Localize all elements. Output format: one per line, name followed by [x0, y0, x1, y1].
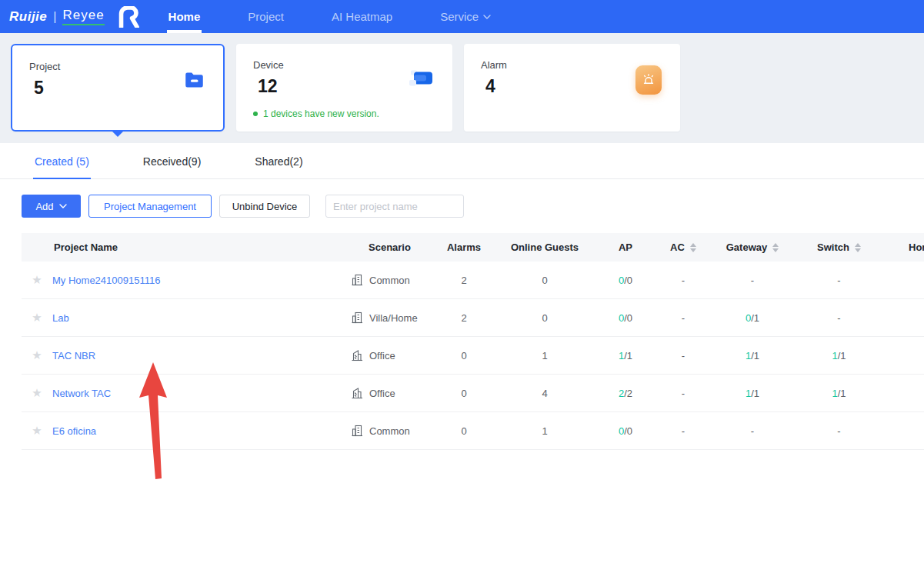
nav-item-service[interactable]: Service — [432, 0, 499, 33]
scenario-cell: Common — [345, 274, 433, 286]
total-count: /1 — [751, 388, 759, 399]
project-name-link[interactable]: Lab — [52, 312, 69, 324]
scenario-cell: Office — [345, 387, 433, 399]
sort-icon[interactable] — [855, 243, 861, 252]
brand-separator: | — [53, 10, 56, 24]
sort-icon[interactable] — [772, 243, 779, 252]
project-card-label: Project — [29, 61, 206, 72]
brand-logo[interactable]: Ruijie | Reyee — [0, 0, 147, 33]
gateway-cell: - — [710, 275, 795, 286]
switch-cell: 1/1 — [795, 388, 883, 399]
nav-item-home[interactable]: Home — [161, 0, 208, 33]
total-count: /2 — [624, 388, 632, 399]
column-header-online-guests: Online Guests — [495, 242, 595, 253]
online-count: 0 — [619, 275, 624, 286]
brand-ruijie-text: Ruijie — [9, 9, 47, 25]
tab-shared[interactable]: Shared(2) — [253, 155, 304, 178]
device-card-label: Device — [253, 59, 435, 71]
project-name-cell: My Home241009151116 — [52, 275, 345, 286]
project-name-cell: TAC NBR — [52, 350, 345, 361]
online-guests-cell: 0 — [495, 312, 595, 324]
column-header-label: Project Name — [54, 242, 118, 253]
column-header-gateway[interactable]: Gateway — [710, 242, 795, 253]
green-dot-icon — [253, 112, 258, 116]
project-name-link[interactable]: My Home241009151116 — [52, 275, 160, 286]
online-count: 0 — [746, 312, 751, 324]
column-header-label: AP — [619, 242, 632, 253]
star-cell: ★ — [22, 273, 52, 287]
project-name-cell: Lab — [52, 312, 345, 324]
device-update-note: 1 devices have new version. — [253, 108, 435, 119]
ac-cell: - — [656, 388, 710, 399]
online-guests-cell: 1 — [495, 425, 595, 437]
project-management-button[interactable]: Project Management — [88, 195, 212, 218]
column-header-switch[interactable]: Switch — [795, 242, 883, 253]
project-name-cell: E6 oficina — [52, 425, 345, 437]
table-row: ★TAC NBROffice011/1-1/11/1 — [22, 337, 924, 375]
column-header-label: Gateway — [726, 242, 767, 253]
nav-item-project[interactable]: Project — [240, 0, 292, 33]
switch-cell: 1/1 — [795, 350, 883, 361]
unbind-device-button[interactable]: Unbind Device — [219, 195, 310, 218]
reyee-rabbit-logo-icon — [115, 6, 139, 28]
online-count: 1 — [746, 388, 751, 399]
table-row: ★Network TACOffice042/2-1/11/1 — [22, 375, 924, 412]
column-header-label: Hor — [909, 242, 924, 253]
project-name-link[interactable]: TAC NBR — [52, 350, 95, 361]
star-icon[interactable]: ★ — [32, 273, 42, 287]
add-button-label: Add — [35, 201, 53, 212]
scenario-cell: Villa/Home — [345, 311, 433, 324]
ap-cell: 0/0 — [595, 275, 656, 286]
column-header-ac[interactable]: AC — [656, 242, 710, 253]
tab-created[interactable]: Created (5) — [33, 155, 91, 178]
tab-bar: Created (5) Received(9) Shared(2) — [0, 143, 924, 179]
project-stat-card[interactable]: Project 5 — [11, 44, 225, 132]
building-icon — [351, 311, 363, 324]
ac-cell: - — [656, 350, 710, 361]
toolbar: Add Project Management Unbind Device — [0, 195, 924, 218]
star-icon[interactable]: ★ — [32, 311, 42, 325]
total-count: /1 — [751, 312, 759, 324]
column-header-hor: Hor — [883, 242, 924, 253]
star-icon[interactable]: ★ — [32, 386, 42, 400]
project-name-link[interactable]: Network TAC — [52, 388, 111, 399]
alarm-stat-card[interactable]: Alarm 4 — [464, 44, 680, 132]
nav-item-ai-heatmap[interactable]: AI Heatmap — [324, 0, 400, 33]
alarms-cell: 0 — [433, 388, 495, 399]
online-count: 1 — [832, 388, 837, 399]
total-count: /0 — [624, 275, 632, 286]
stats-section: Project 5 Device 12 1 devices have new v… — [0, 33, 924, 143]
star-cell: ★ — [22, 386, 52, 400]
total-count: /1 — [751, 350, 759, 361]
total-count: /0 — [624, 312, 632, 324]
alarms-cell: 2 — [433, 275, 495, 286]
column-header-label: Scenario — [369, 242, 411, 253]
star-cell: ★ — [22, 424, 52, 438]
brand-reyee-text: Reyee — [62, 8, 104, 25]
device-update-note-text: 1 devices have new version. — [263, 108, 379, 119]
add-button[interactable]: Add — [22, 195, 81, 218]
sort-icon[interactable] — [690, 243, 696, 252]
switch-cell: - — [795, 275, 883, 286]
project-name-link[interactable]: E6 oficina — [52, 425, 96, 437]
building-icon — [351, 274, 363, 286]
tab-received[interactable]: Received(9) — [142, 155, 202, 178]
online-count: 1 — [832, 350, 837, 361]
alarm-icon — [635, 65, 662, 95]
alarms-cell: 2 — [433, 312, 495, 324]
star-icon[interactable]: ★ — [32, 424, 42, 438]
scenario-label: Villa/Home — [369, 312, 418, 324]
column-header-label: Alarms — [447, 242, 481, 253]
alarms-cell: 0 — [433, 350, 495, 361]
online-count: 1 — [619, 350, 624, 361]
device-stat-card[interactable]: Device 12 1 devices have new version. — [236, 44, 452, 132]
project-search-input[interactable] — [333, 201, 469, 212]
main-panel: Created (5) Received(9) Shared(2) Add Pr… — [0, 143, 924, 563]
star-icon[interactable]: ★ — [32, 348, 42, 362]
ac-cell: - — [656, 312, 710, 324]
total-count: /1 — [838, 350, 846, 361]
ap-cell: 2/2 — [595, 388, 656, 399]
table-row: ★E6 oficinaCommon010/0--- — [22, 412, 924, 450]
column-header-label: AC — [670, 242, 685, 253]
online-count: 1 — [746, 350, 751, 361]
